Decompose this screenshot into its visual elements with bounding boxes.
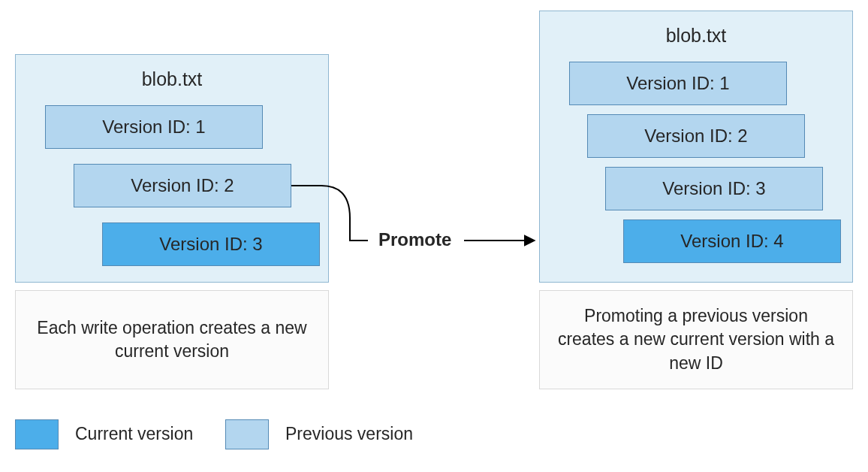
- version-label: Version ID: 2: [131, 175, 234, 196]
- right-panel-title: blob.txt: [540, 25, 852, 47]
- legend-swatch-previous: [225, 419, 269, 449]
- left-version-1: Version ID: 1: [45, 105, 263, 149]
- right-version-4-current: Version ID: 4: [623, 219, 841, 263]
- legend-label-previous: Previous version: [285, 424, 413, 444]
- right-version-1: Version ID: 1: [569, 62, 787, 105]
- legend-label-current: Current version: [75, 424, 193, 444]
- version-label: Version ID: 1: [626, 73, 729, 94]
- version-label: Version ID: 2: [644, 126, 747, 147]
- left-version-2: Version ID: 2: [74, 164, 291, 207]
- left-panel-title: blob.txt: [16, 68, 328, 90]
- right-version-2: Version ID: 2: [587, 114, 805, 158]
- right-caption: Promoting a previous version creates a n…: [539, 290, 853, 389]
- version-label: Version ID: 3: [662, 178, 765, 199]
- version-label: Version ID: 4: [680, 231, 783, 252]
- right-version-3: Version ID: 3: [605, 167, 823, 210]
- version-label: Version ID: 1: [102, 116, 205, 138]
- left-version-3-current: Version ID: 3: [102, 222, 320, 266]
- promote-label: Promote: [378, 229, 451, 250]
- caption-text: Promoting a previous version creates a n…: [555, 304, 837, 374]
- left-caption: Each write operation creates a new curre…: [15, 290, 329, 389]
- legend-swatch-current: [15, 419, 59, 449]
- version-label: Version ID: 3: [159, 234, 262, 255]
- caption-text: Each write operation creates a new curre…: [31, 316, 313, 363]
